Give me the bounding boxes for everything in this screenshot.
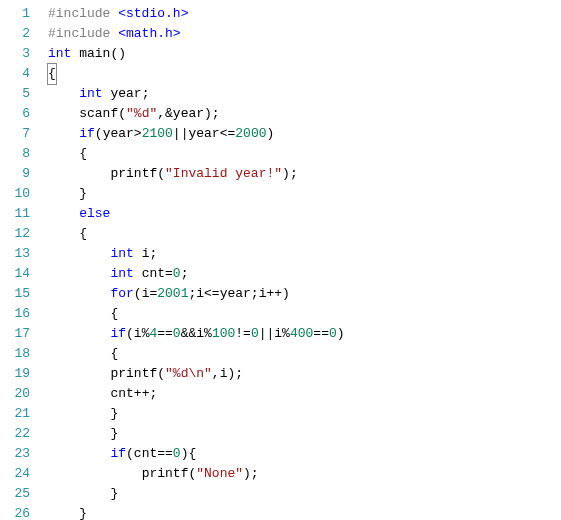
line-number: 13 [0,244,30,264]
line-number: 3 [0,44,30,64]
code-line[interactable]: { [48,224,561,244]
punct: ;i<=year;i++) [188,286,289,301]
code-line[interactable]: } [48,504,561,520]
brace: } [79,506,87,520]
brace: { [48,66,56,81]
punct: ( [157,366,165,381]
line-number: 23 [0,444,30,464]
number: 0 [173,446,181,461]
code-line[interactable]: { [48,64,561,84]
line-number: 4 [0,64,30,84]
keyword: int [79,86,102,101]
string: "%d" [126,106,157,121]
line-number: 24 [0,464,30,484]
code-line[interactable]: { [48,304,561,324]
line-number: 19 [0,364,30,384]
code-line[interactable]: } [48,404,561,424]
number: 2001 [157,286,188,301]
brace: { [79,146,87,161]
punct: ,&year); [157,106,219,121]
identifier: printf [110,166,157,181]
string: "%d\n" [165,366,212,381]
line-number: 2 [0,24,30,44]
code-line[interactable]: if(cnt==0){ [48,444,561,464]
punct: == [157,326,173,341]
punct: ; [181,266,189,281]
number: 400 [290,326,313,341]
punct: ||i% [259,326,290,341]
header-name: <stdio.h> [118,6,188,21]
identifier: year [103,86,142,101]
keyword: else [79,206,110,221]
line-number: 1 [0,4,30,24]
line-number-gutter: 1 2 3 4 5 6 7 8 9 10 11 12 13 14 15 16 1… [0,4,40,520]
number: 0 [329,326,337,341]
code-line[interactable]: #include <math.h> [48,24,561,44]
brace: } [110,406,118,421]
code-line[interactable]: for(i=2001;i<=year;i++) [48,284,561,304]
brace: } [110,426,118,441]
line-number: 12 [0,224,30,244]
line-number: 5 [0,84,30,104]
code-line[interactable]: printf("None"); [48,464,561,484]
identifier: printf [110,366,157,381]
punct: ; [149,246,157,261]
code-line[interactable]: { [48,144,561,164]
punct: ,i); [212,366,243,381]
punct: == [313,326,329,341]
code-line[interactable]: #include <stdio.h> [48,4,561,24]
code-line[interactable]: int i; [48,244,561,264]
code-line[interactable]: if(year>2100||year<=2000) [48,124,561,144]
punct: (year> [95,126,142,141]
code-line[interactable]: cnt++; [48,384,561,404]
number: 0 [173,326,181,341]
string: "None" [196,466,243,481]
identifier: cnt= [134,266,173,281]
punct: != [235,326,251,341]
code-line[interactable]: } [48,484,561,504]
line-number: 11 [0,204,30,224]
identifier: cnt++; [110,386,157,401]
line-number: 9 [0,164,30,184]
punct: () [110,46,126,61]
code-line[interactable]: { [48,344,561,364]
code-line[interactable]: printf("Invalid year!"); [48,164,561,184]
punct: ||year<= [173,126,235,141]
code-line[interactable]: int main() [48,44,561,64]
code-area[interactable]: #include <stdio.h> #include <math.h> int… [40,4,561,520]
number: 0 [251,326,259,341]
line-number: 10 [0,184,30,204]
line-number: 18 [0,344,30,364]
line-number: 25 [0,484,30,504]
number: 100 [212,326,235,341]
line-number: 26 [0,504,30,520]
brace: } [79,186,87,201]
number: 2100 [142,126,173,141]
line-number: 21 [0,404,30,424]
number: 2000 [235,126,266,141]
brace: { [79,226,87,241]
identifier: i [134,246,150,261]
code-line[interactable]: int year; [48,84,561,104]
keyword: for [110,286,133,301]
keyword: int [110,246,133,261]
identifier: printf [142,466,189,481]
punct: ) [337,326,345,341]
code-line[interactable]: int cnt=0; [48,264,561,284]
identifier: scanf [79,106,118,121]
punct: (i% [126,326,149,341]
code-line[interactable]: } [48,424,561,444]
code-line[interactable]: if(i%4==0&&i%100!=0||i%400==0) [48,324,561,344]
line-number: 20 [0,384,30,404]
punct: ; [142,86,150,101]
line-number: 15 [0,284,30,304]
brace: } [110,486,118,501]
punct: (cnt== [126,446,173,461]
code-line[interactable]: else [48,204,561,224]
keyword: if [110,326,126,341]
code-line[interactable]: printf("%d\n",i); [48,364,561,384]
code-line[interactable]: scanf("%d",&year); [48,104,561,124]
line-number: 17 [0,324,30,344]
code-line[interactable]: } [48,184,561,204]
punct: ( [157,166,165,181]
